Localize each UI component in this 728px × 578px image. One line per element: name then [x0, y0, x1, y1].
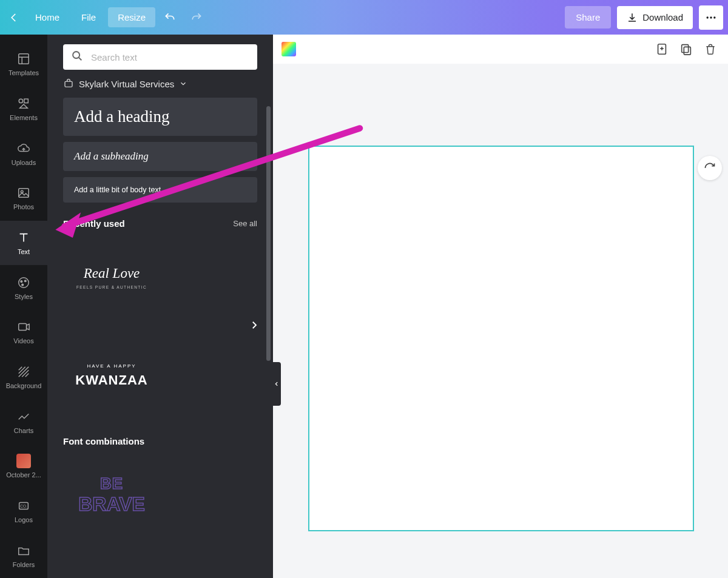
svg-point-10: [21, 280, 22, 282]
sidebar-label: October 2...: [6, 471, 41, 479]
font-combination-template[interactable]: BAKED FRESH: [63, 548, 160, 578]
svg-point-1: [710, 16, 712, 18]
panel-scrollbar[interactable]: [266, 106, 271, 572]
svg-text:CO.: CO.: [20, 504, 27, 508]
photos-icon: [16, 186, 31, 200]
templates-icon: [16, 52, 31, 66]
download-button[interactable]: Download: [617, 6, 693, 29]
document-color-swatch[interactable]: [281, 42, 296, 56]
text-panel: Skylark Virtual Services Add a heading A…: [47, 35, 273, 578]
sidebar-label: Videos: [13, 337, 33, 344]
recently-used-title: Recently used: [63, 218, 125, 229]
recently-used-header: Recently used See all: [63, 218, 257, 229]
sidebar-item-photos[interactable]: Photos: [0, 176, 47, 221]
svg-point-12: [22, 284, 24, 286]
carousel-next-button[interactable]: [249, 320, 260, 333]
redo-button[interactable]: [184, 5, 209, 30]
search-input[interactable]: [63, 44, 257, 70]
sidebar-item-videos[interactable]: Videos: [0, 310, 47, 355]
add-body-text-button[interactable]: Add a little bit of body text: [63, 177, 257, 203]
svg-point-9: [19, 277, 29, 287]
collapse-panel-button[interactable]: [272, 362, 281, 406]
sidebar-label: Charts: [14, 427, 33, 434]
back-button[interactable]: [5, 8, 23, 27]
canvas-toolbar: [273, 35, 728, 64]
search-container: [63, 44, 257, 70]
folder-thumb-icon: [16, 454, 31, 468]
svg-point-0: [707, 16, 709, 18]
svg-line-18: [79, 58, 82, 61]
sidebar-item-logos[interactable]: CO. Logos: [0, 489, 47, 534]
sidebar-item-text[interactable]: Text: [0, 221, 47, 266]
font-combinations-title: Font combinations: [63, 436, 144, 446]
share-button[interactable]: Share: [565, 6, 611, 29]
svg-rect-13: [19, 324, 27, 331]
brand-name-label: Skylark Virtual Services: [79, 79, 174, 89]
sidebar-item-custom-folder[interactable]: October 2...: [0, 444, 47, 489]
regenerate-button[interactable]: [698, 156, 722, 180]
charts-icon: [16, 409, 31, 424]
styles-icon: [16, 275, 31, 290]
duplicate-page-button[interactable]: [677, 40, 695, 58]
sidebar-label: Folders: [13, 561, 35, 568]
see-all-link[interactable]: See all: [233, 219, 257, 228]
sidebar-label: Elements: [10, 114, 38, 121]
svg-rect-7: [19, 189, 29, 198]
sidebar-item-elements[interactable]: Elements: [0, 87, 47, 132]
undo-button[interactable]: [158, 5, 182, 30]
font-combination-template[interactable]: BE BRAVE: [63, 450, 160, 540]
file-menu[interactable]: File: [72, 7, 106, 27]
sidebar-strip: Templates Elements Uploads Photos Text S…: [0, 35, 47, 578]
logos-icon: CO.: [16, 499, 31, 513]
font-combinations-grid: BE BRAVE BAKED FRESH Stay Fearless SHINE…: [63, 450, 257, 578]
sidebar-label: Text: [18, 248, 30, 255]
sidebar-label: Logos: [15, 516, 33, 523]
svg-rect-22: [684, 47, 690, 55]
uploads-icon: [16, 141, 31, 156]
recently-used-row: Real Love FEELS PURE & AUTHENTIC HAVE A …: [63, 232, 257, 420]
add-page-button[interactable]: [653, 40, 671, 58]
svg-point-4: [19, 99, 22, 102]
sidebar-label: Background: [6, 382, 42, 389]
svg-point-17: [73, 52, 79, 58]
svg-point-2: [713, 16, 715, 18]
sidebar-item-background[interactable]: Background: [0, 355, 47, 400]
resize-menu[interactable]: Resize: [108, 7, 155, 27]
scrollbar-thumb[interactable]: [266, 106, 271, 361]
brand-kit-selector[interactable]: Skylark Virtual Services: [63, 78, 257, 89]
svg-marker-14: [27, 324, 30, 330]
svg-rect-19: [65, 81, 72, 87]
delete-page-button[interactable]: [701, 40, 720, 58]
brand-icon: [63, 78, 74, 89]
top-left-group: Home File Resize: [5, 5, 209, 30]
sidebar-item-folders[interactable]: Folders: [0, 533, 47, 578]
background-icon: [16, 365, 31, 379]
canvas-document[interactable]: [308, 146, 694, 531]
sidebar-label: Templates: [8, 69, 39, 76]
svg-point-11: [24, 280, 26, 282]
home-menu[interactable]: Home: [25, 7, 69, 27]
elements-icon: [16, 96, 31, 111]
add-subheading-button[interactable]: Add a subheading: [63, 142, 257, 171]
svg-marker-6: [20, 104, 28, 108]
canvas-area: [273, 35, 728, 578]
add-heading-button[interactable]: Add a heading: [63, 98, 257, 136]
download-label: Download: [642, 12, 683, 22]
top-menubar: Home File Resize Share Download: [0, 0, 728, 35]
svg-rect-21: [682, 45, 689, 53]
recent-text-template[interactable]: Real Love FEELS PURE & AUTHENTIC: [63, 232, 160, 322]
chevron-down-icon: [179, 79, 187, 88]
sidebar-label: Uploads: [12, 159, 36, 166]
text-icon: [16, 230, 31, 245]
folders-icon: [16, 543, 31, 558]
sidebar-item-uploads[interactable]: Uploads: [0, 131, 47, 176]
sidebar-item-templates[interactable]: Templates: [0, 42, 47, 87]
sidebar-item-charts[interactable]: Charts: [0, 399, 47, 444]
videos-icon: [16, 320, 31, 334]
sidebar-item-styles[interactable]: Styles: [0, 265, 47, 310]
sidebar-label: Photos: [13, 203, 34, 210]
svg-rect-5: [24, 99, 28, 102]
recent-text-template[interactable]: HAVE A HAPPY KWANZAA: [63, 331, 160, 420]
more-button[interactable]: [699, 5, 723, 30]
font-combinations-header: Font combinations: [63, 436, 257, 446]
